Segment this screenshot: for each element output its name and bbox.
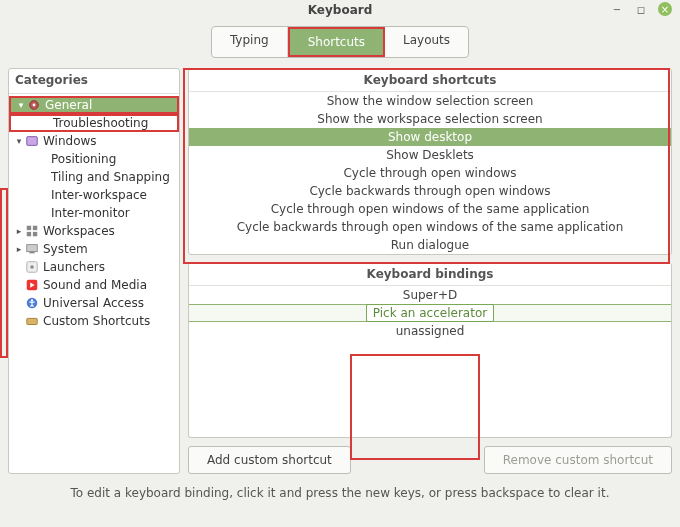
category-label: Tiling and Snapping: [51, 170, 170, 184]
svg-rect-6: [33, 232, 37, 236]
svg-rect-4: [33, 226, 37, 230]
category-item[interactable]: ▾Windows: [9, 132, 179, 150]
system-icon: [25, 242, 39, 256]
shortcut-row[interactable]: Show the workspace selection screen: [189, 110, 671, 128]
binding-row[interactable]: Super+D: [189, 286, 671, 304]
category-label: System: [43, 242, 88, 256]
remove-custom-shortcut-button: Remove custom shortcut: [484, 446, 672, 474]
svg-rect-7: [27, 245, 38, 252]
category-item[interactable]: Launchers: [9, 258, 179, 276]
chevron-right-icon[interactable]: ▸: [13, 244, 25, 254]
svg-rect-15: [27, 318, 38, 324]
svg-point-14: [31, 299, 33, 301]
shortcut-row[interactable]: Cycle backwards through open windows: [189, 182, 671, 200]
bindings-title: Keyboard bindings: [189, 263, 671, 286]
right-column: Keyboard shortcuts Show the window selec…: [188, 68, 672, 474]
svg-point-1: [33, 104, 36, 107]
tabs-row: TypingShortcutsLayouts: [0, 20, 680, 68]
annotation-box: [0, 188, 8, 358]
window-controls: − ◻ ×: [610, 2, 672, 16]
chevron-down-icon[interactable]: ▾: [13, 136, 25, 146]
category-label: Sound and Media: [43, 278, 147, 292]
shortcut-row[interactable]: Run dialogue: [189, 236, 671, 254]
bindings-list[interactable]: Super+DPick an acceleratorunassigned: [189, 286, 671, 437]
category-item[interactable]: Inter-workspace: [9, 186, 179, 204]
chevron-right-icon[interactable]: ▸: [13, 226, 25, 236]
bottom-buttons: Add custom shortcut Remove custom shortc…: [188, 446, 672, 474]
category-label: General: [45, 98, 92, 112]
footer-hint: To edit a keyboard binding, click it and…: [0, 478, 680, 500]
category-item[interactable]: ▸Workspaces: [9, 222, 179, 240]
category-label: Positioning: [51, 152, 116, 166]
categories-tree[interactable]: ▾GeneralTroubleshooting▾WindowsPositioni…: [9, 94, 179, 473]
category-item[interactable]: ▸System: [9, 240, 179, 258]
category-label: Inter-monitor: [51, 206, 130, 220]
add-custom-shortcut-button[interactable]: Add custom shortcut: [188, 446, 351, 474]
category-item[interactable]: Sound and Media: [9, 276, 179, 294]
shortcut-row[interactable]: Cycle through open windows of the same a…: [189, 200, 671, 218]
windows-icon: [25, 134, 39, 148]
minimize-icon[interactable]: −: [610, 2, 624, 16]
svg-rect-2: [27, 137, 38, 146]
category-item[interactable]: Positioning: [9, 150, 179, 168]
binding-row[interactable]: unassigned: [189, 322, 671, 340]
shortcuts-list[interactable]: Show the window selection screenShow the…: [189, 92, 671, 254]
pick-accelerator-button[interactable]: Pick an accelerator: [366, 304, 494, 322]
shortcut-row[interactable]: Show desktop: [189, 128, 671, 146]
tab-layouts[interactable]: Layouts: [385, 27, 468, 57]
category-item[interactable]: ▾General: [9, 96, 179, 114]
svg-point-10: [30, 265, 34, 269]
category-item[interactable]: Inter-monitor: [9, 204, 179, 222]
category-label: Universal Access: [43, 296, 144, 310]
shortcuts-title: Keyboard shortcuts: [189, 69, 671, 92]
category-label: Troubleshooting: [53, 116, 148, 130]
tab-typing[interactable]: Typing: [212, 27, 288, 57]
svg-rect-3: [27, 226, 31, 230]
category-item[interactable]: Custom Shortcuts: [9, 312, 179, 330]
shortcut-row[interactable]: Show Desklets: [189, 146, 671, 164]
category-item[interactable]: Troubleshooting: [9, 114, 179, 132]
category-item[interactable]: Universal Access: [9, 294, 179, 312]
shortcut-row[interactable]: Show the window selection screen: [189, 92, 671, 110]
launchers-icon: [25, 260, 39, 274]
chevron-down-icon[interactable]: ▾: [15, 100, 27, 110]
category-label: Custom Shortcuts: [43, 314, 150, 328]
sound-icon: [25, 278, 39, 292]
tab-shortcuts[interactable]: Shortcuts: [288, 27, 385, 57]
tabs-group: TypingShortcutsLayouts: [211, 26, 469, 58]
maximize-icon[interactable]: ◻: [634, 2, 648, 16]
svg-rect-5: [27, 232, 31, 236]
shortcut-row[interactable]: Cycle through open windows: [189, 164, 671, 182]
category-label: Windows: [43, 134, 97, 148]
main-area: Categories ▾GeneralTroubleshooting▾Windo…: [0, 68, 680, 478]
gear-icon: [27, 98, 41, 112]
binding-row[interactable]: Pick an accelerator: [189, 304, 671, 322]
window-title: Keyboard: [308, 3, 373, 17]
shortcut-row[interactable]: Cycle backwards through open windows of …: [189, 218, 671, 236]
titlebar: Keyboard − ◻ ×: [0, 0, 680, 20]
category-label: Launchers: [43, 260, 105, 274]
category-item[interactable]: Tiling and Snapping: [9, 168, 179, 186]
category-label: Workspaces: [43, 224, 115, 238]
svg-rect-8: [29, 252, 34, 254]
categories-panel: Categories ▾GeneralTroubleshooting▾Windo…: [8, 68, 180, 474]
shortcuts-panel: Keyboard shortcuts Show the window selec…: [188, 68, 672, 255]
workspaces-icon: [25, 224, 39, 238]
category-label: Inter-workspace: [51, 188, 147, 202]
close-icon[interactable]: ×: [658, 2, 672, 16]
categories-title: Categories: [9, 69, 179, 94]
access-icon: [25, 296, 39, 310]
custom-icon: [25, 314, 39, 328]
bindings-panel: Keyboard bindings Super+DPick an acceler…: [188, 263, 672, 438]
